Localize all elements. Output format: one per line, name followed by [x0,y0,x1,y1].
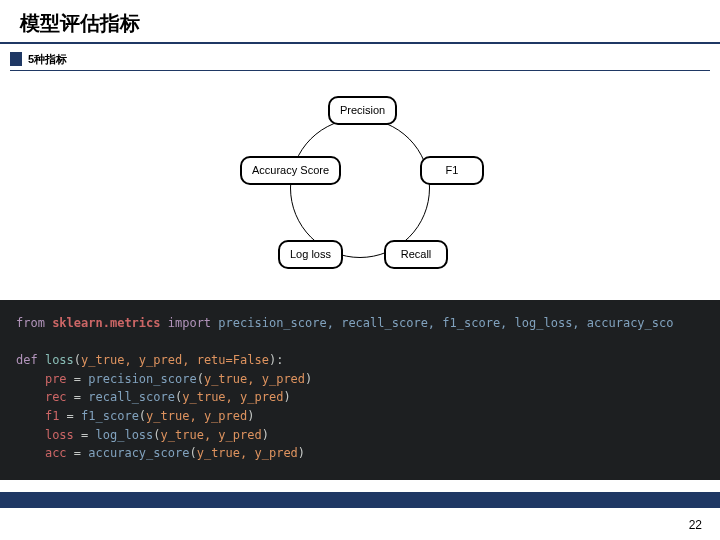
code-keyword: def [16,353,38,367]
metrics-diagram: Precision Accuracy Score F1 Log loss Rec… [0,88,720,308]
slide: 模型评估指标 5种指标 Precision Accuracy Score F1 … [0,0,720,540]
code-args: y_true, y_pred [146,409,247,423]
code-var: pre [45,372,67,386]
code-eq: = [226,353,233,367]
node-accuracy-score: Accuracy Score [240,156,341,185]
code-args: y_true, y_pred [161,428,262,442]
code-call: precision_score [88,372,196,386]
subtitle-marker [10,52,22,66]
code-call: f1_score [81,409,139,423]
code-bool: False [233,353,269,367]
code-func-name: loss [45,353,74,367]
code-args: y_true, y_pred [204,372,305,386]
title-underline [0,42,720,44]
code-args: y_true, y_pred [197,446,298,460]
subtitle-underline [10,70,710,71]
diagram-ring [290,118,430,258]
subtitle: 5种指标 [28,52,67,67]
code-args: y_true, y_pred [182,390,283,404]
code-imports: precision_score, recall_score, f1_score,… [218,316,673,330]
code-var: loss [45,428,74,442]
page-number: 22 [689,518,702,532]
code-var: acc [45,446,67,460]
code-args: y_true, y_pred, retu [81,353,226,367]
footer-bar [0,492,720,508]
node-f1: F1 [420,156,484,185]
code-var: f1 [45,409,59,423]
code-call: log_loss [96,428,154,442]
code-keyword: from [16,316,45,330]
node-log-loss: Log loss [278,240,343,269]
code-block: from sklearn.metrics import precision_sc… [0,300,720,480]
page-title: 模型评估指标 [20,10,140,37]
code-module: sklearn.metrics [52,316,160,330]
node-precision: Precision [328,96,397,125]
code-var: rec [45,390,67,404]
code-keyword: import [168,316,211,330]
node-recall: Recall [384,240,448,269]
code-call: recall_score [88,390,175,404]
code-call: accuracy_score [88,446,189,460]
